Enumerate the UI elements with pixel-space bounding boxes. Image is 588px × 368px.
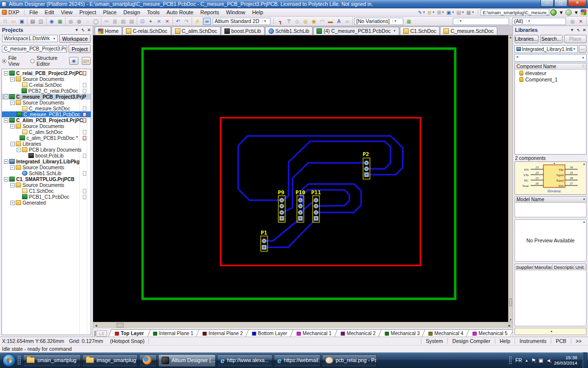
tree-item[interactable]: boost.PcbLib	[2, 153, 91, 158]
layer-tab-mechanical-5[interactable]: Mechanical 5	[466, 329, 513, 337]
zoom-document-icon[interactable]: ◎	[67, 18, 74, 25]
open-project-icon[interactable]: ▤▾	[82, 57, 91, 65]
wand-icon[interactable]: ⚡	[194, 18, 201, 25]
scroll-up-icon[interactable]: ▲	[583, 197, 586, 200]
doc-tab-home[interactable]: Home	[95, 26, 122, 35]
copy-icon[interactable]: ▥	[111, 18, 119, 25]
clear-filter-icon[interactable]: ✕	[164, 18, 171, 25]
place-button[interactable]: Place	[564, 35, 587, 43]
doc-tab-c-relai-schdoc[interactable]: C-relai.SchDoc	[122, 26, 171, 35]
navigator-icon[interactable]: ◉	[69, 57, 78, 65]
taskbar-button-altium-designer-[interactable]: Altium Designer (...	[158, 354, 216, 367]
menu-tools[interactable]: Tools	[144, 9, 163, 16]
place-fill-icon[interactable]: ▬	[327, 18, 334, 25]
menu-reports[interactable]: Reports	[197, 9, 223, 16]
filter-combo[interactable]: ▼	[453, 18, 509, 25]
layer-tab-internal-plane-2[interactable]: Internal Plane 2	[196, 329, 250, 337]
network-icon[interactable]: ▣	[539, 358, 543, 363]
tree-item[interactable]: c_alim_PCB1.PcbDoc *	[2, 135, 91, 141]
component-label-p9[interactable]: P9	[278, 189, 284, 196]
search-button[interactable]: Search...	[540, 35, 563, 43]
current-layer-swatch[interactable]	[95, 331, 96, 336]
pin-number[interactable]: 28	[570, 176, 573, 180]
taskbar-button-http-www-alexa-[interactable]: ehttp://www.alexa...	[217, 354, 272, 367]
copper-trace-8[interactable]	[264, 219, 316, 247]
route-differential-icon[interactable]: ⊤	[285, 18, 293, 25]
cut-icon[interactable]: ✂	[103, 18, 110, 25]
table-column-header[interactable]: Unit	[574, 264, 586, 270]
scroll-up-icon[interactable]: ▲	[583, 220, 586, 223]
filter-icon[interactable]: ▽	[582, 64, 585, 68]
pin-name[interactable]: NC	[524, 179, 529, 183]
layout-icon[interactable]: ✎▼	[417, 10, 426, 15]
scroll-up-icon[interactable]: ▲	[583, 162, 586, 165]
grid-icon[interactable]: ⊞▼	[436, 10, 445, 15]
component-p10[interactable]: P10	[295, 189, 305, 222]
library-component-row[interactable]: Component_1	[515, 76, 586, 82]
pcb-layout[interactable]: P2P9P10P11P1	[93, 35, 508, 322]
tree-item[interactable]: −Integrated_Library1.LibPkg	[2, 158, 91, 164]
menu-help[interactable]: Help	[248, 9, 267, 16]
expander-icon[interactable]: −	[17, 148, 21, 152]
tree-item[interactable]: C_mesure.SchDoc	[2, 105, 91, 111]
browse-components-icon[interactable]: ∞	[203, 18, 211, 25]
pin-icon[interactable]: ➴	[577, 27, 580, 32]
save-icon[interactable]: ▣	[18, 18, 25, 25]
copper-trace-5[interactable]	[300, 190, 349, 206]
tree-item[interactable]: −Source Documents	[2, 100, 91, 105]
tree-item[interactable]: −Source Documents	[2, 182, 91, 188]
zoom-area-icon[interactable]: ◍	[75, 18, 83, 25]
expander-icon[interactable]: −	[4, 177, 8, 182]
layer-tab-bottom-layer[interactable]: Bottom Layer	[245, 329, 294, 337]
tree-item[interactable]: −Source Documents	[2, 123, 91, 129]
menu-project[interactable]: Project	[76, 9, 99, 16]
pin-number[interactable]: 23	[536, 165, 539, 169]
forward-icon[interactable]	[565, 9, 572, 16]
start-button[interactable]	[2, 354, 16, 367]
file-view-radio[interactable]	[2, 59, 6, 63]
tree-item[interactable]: PCB2_C_relai.PcbDoc	[2, 88, 91, 94]
doc-tab--4-c-mesure-pcb1-pcbdoc[interactable]: (4) C_mesure_PCB1.PcbDoc▼	[313, 26, 399, 35]
window-icon[interactable]: ▤▼	[455, 10, 465, 15]
doc-tab-schlib1-schlib[interactable]: Schlib1.SchLib	[265, 26, 313, 35]
scroll-thumb[interactable]	[117, 323, 123, 328]
pin-name[interactable]: Sgnd	[557, 173, 564, 177]
layer-tab-internal-plane-1[interactable]: Internal Plane 1	[147, 329, 200, 337]
doc-tab-c-alim-schdoc[interactable]: C_alim.SchDoc	[172, 26, 220, 35]
paste-icon[interactable]: ▧	[120, 18, 127, 25]
doc-tab-c1-schdoc[interactable]: C1.SchDoc	[400, 26, 440, 35]
pin-name[interactable]: Vfb	[523, 173, 529, 177]
status-button--[interactable]: >>	[571, 338, 586, 344]
tree-item[interactable]: −C_Alim_PCB_Project4.PrjPCB	[2, 117, 91, 123]
copper-trace-4[interactable]	[301, 184, 361, 212]
doc-tab-c-mesure-schdoc[interactable]: C_mesure.SchDoc	[440, 26, 497, 35]
tree-item[interactable]: +Generated	[2, 200, 91, 206]
expander-icon[interactable]: −	[10, 77, 15, 81]
deselect-icon[interactable]: ✕	[155, 18, 163, 25]
tree-item[interactable]: Schlib1.SchLib	[2, 170, 91, 176]
layer-sets-tab[interactable]: LS	[97, 330, 107, 337]
panel-menu-icon[interactable]: ▼	[74, 27, 78, 32]
table-column-header[interactable]: Supplier	[515, 264, 534, 270]
scroll-left-icon[interactable]: ◄	[93, 324, 99, 327]
pin-number[interactable]: 24	[536, 171, 539, 174]
redo-icon[interactable]: ↷	[183, 18, 190, 25]
copper-trace-3[interactable]	[283, 163, 367, 212]
tree-item[interactable]: −Libraries	[2, 141, 91, 147]
component-p11[interactable]: P11	[311, 189, 321, 222]
panels-icon[interactable]: ▣▼	[445, 10, 455, 15]
home-icon[interactable]	[581, 9, 587, 15]
pin-icon[interactable]: ➴	[81, 27, 85, 32]
scroll-down-icon[interactable]: ▼	[509, 318, 513, 321]
pin-number[interactable]: 26	[536, 182, 539, 185]
close-icon[interactable]: ✕	[583, 27, 586, 32]
maximize-button[interactable]: ▢	[554, 0, 567, 7]
libraries-button[interactable]: Libraries...	[514, 35, 539, 43]
taskbar-button-smain-smartplug[interactable]: smain_smartplug	[23, 354, 81, 367]
component-label-p1[interactable]: P1	[261, 230, 268, 236]
expander-icon[interactable]: −	[10, 165, 15, 170]
expander-icon[interactable]: −	[4, 71, 8, 76]
tree-item[interactable]: −C_mesure_PCB_Project3.PrjP	[2, 94, 91, 100]
show-desktop-button[interactable]	[583, 352, 587, 368]
layer-tab-mechanical-2[interactable]: Mechanical 2	[334, 329, 383, 337]
